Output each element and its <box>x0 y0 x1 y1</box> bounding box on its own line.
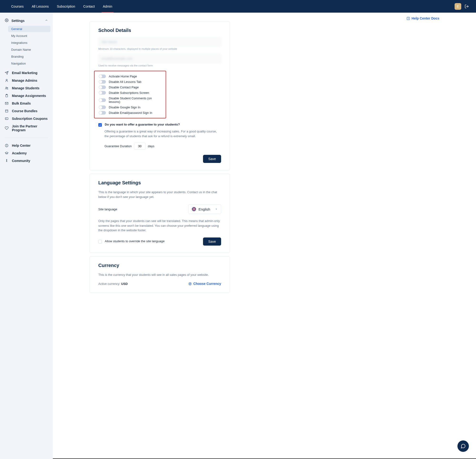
help-circle-icon <box>5 144 8 147</box>
chevron-up-icon <box>45 18 48 23</box>
sidebar-item-label: Bulk Emails <box>12 101 31 105</box>
nav-all-lessons[interactable]: All Lessons <box>28 0 53 13</box>
logout-icon[interactable] <box>465 4 469 9</box>
sidebar-item-course-bundles[interactable]: Course Bundles <box>0 107 53 115</box>
mail-icon <box>5 101 8 105</box>
sidebar-item-subscription-coupons[interactable]: Subscription Coupons <box>0 115 53 123</box>
svg-point-4 <box>6 79 7 80</box>
school-details-title: School Details <box>98 28 221 33</box>
toggle-label: Disable Contact Page <box>109 86 139 89</box>
toggle-label: Disable Student Comments (on lessons) <box>109 97 161 104</box>
chevron-down-icon <box>215 207 218 211</box>
sidebar-subitem-branding[interactable]: Branding <box>8 53 51 60</box>
sidebar-item-community[interactable]: Community <box>0 157 53 165</box>
toggle-activate-home-page: Activate Home Page <box>99 74 161 79</box>
sidebar-subitem-navigation[interactable]: Navigation <box>8 60 51 67</box>
sidebar-item-bulk-emails[interactable]: Bulk Emails <box>0 100 53 107</box>
sidebar-subitem-integrations[interactable]: Integrations <box>8 40 51 46</box>
chat-icon <box>460 443 466 449</box>
toggle-disable-email-signin: Disable Email/password Sign In <box>99 110 161 115</box>
nav-courses[interactable]: Courses <box>7 0 28 13</box>
currency-desc: This is the currency that your students … <box>98 273 221 277</box>
dollar-circle-icon <box>188 282 192 286</box>
help-center-docs-link[interactable]: Help Center Docs <box>407 17 439 20</box>
toggle-switch[interactable] <box>99 80 106 84</box>
graduation-cap-icon <box>5 151 8 155</box>
toggle-switch[interactable] <box>99 98 106 102</box>
ticket-icon <box>5 117 8 121</box>
toggle-disable-contact: Disable Contact Page <box>99 85 161 90</box>
help-square-icon <box>407 17 410 20</box>
sidebar-item-academy[interactable]: Academy <box>0 149 53 157</box>
users-icon <box>5 86 8 90</box>
toggle-switch[interactable] <box>99 111 106 115</box>
top-nav-right: E <box>455 3 469 10</box>
svg-point-15 <box>7 146 7 147</box>
toggle-highlight-box: Activate Home Page Disable All Lessons T… <box>94 71 166 118</box>
svg-rect-12 <box>5 118 8 120</box>
heart-icon <box>5 126 8 130</box>
language-save-button[interactable]: Save <box>203 238 221 246</box>
gear-icon <box>5 18 8 23</box>
school-email-input[interactable] <box>98 54 221 63</box>
avatar[interactable]: E <box>455 3 461 10</box>
svg-point-18 <box>408 19 408 19</box>
toggle-switch[interactable] <box>99 91 106 95</box>
toggle-switch[interactable] <box>99 106 106 109</box>
sidebar-item-manage-students[interactable]: Manage Students <box>0 84 53 92</box>
sidebar-settings-subitems: General My Account Integrations Domain N… <box>0 24 53 69</box>
toggle-switch[interactable] <box>99 86 106 89</box>
user-icon <box>5 79 8 82</box>
language-settings-card: Language Settings This is the language i… <box>89 174 230 253</box>
toggle-disable-subscriptions: Disable Subscriptions Screen <box>99 90 161 96</box>
svg-marker-20 <box>216 209 217 210</box>
currency-title: Currency <box>98 263 221 268</box>
toggle-disable-comments: Disable Student Comments (on lessons) <box>99 96 161 105</box>
site-language-label: Site language <box>98 207 117 211</box>
sidebar-item-label: Manage Students <box>12 86 40 90</box>
sidebar-item-help-center[interactable]: Help Center <box>0 142 53 149</box>
sidebar-subitem-my-account[interactable]: My Account <box>8 33 51 39</box>
send-icon <box>5 71 8 75</box>
guarantee-duration-input[interactable] <box>134 143 145 150</box>
sidebar-subitem-general[interactable]: General <box>8 26 51 32</box>
chat-fab-button[interactable] <box>458 441 469 452</box>
sidebar: Settings General My Account Integrations… <box>0 13 53 459</box>
language-settings-title: Language Settings <box>98 180 221 185</box>
guarantee-checkbox[interactable] <box>98 123 102 127</box>
svg-point-5 <box>6 87 7 88</box>
school-name-input[interactable] <box>98 37 221 46</box>
site-language-select[interactable]: English <box>188 204 221 214</box>
active-currency-label: Active currency: <box>98 282 121 286</box>
toggle-label: Disable Google Sign In <box>109 106 140 109</box>
toggle-label: Activate Home Page <box>109 75 137 78</box>
sidebar-settings-header[interactable]: Settings <box>0 17 53 24</box>
sidebar-item-label: Email Marketing <box>12 71 37 75</box>
toggle-switch[interactable] <box>99 75 106 78</box>
allow-override-row: Allow students to override the site lang… <box>98 239 165 243</box>
toggle-label: Disable Subscriptions Screen <box>109 91 149 95</box>
main-content: Help Center Docs School Details Minimum … <box>53 13 476 459</box>
sidebar-item-email-marketing[interactable]: Email Marketing <box>0 69 53 77</box>
guarantee-duration-label: Guarantee Duration <box>104 144 132 148</box>
sidebar-divider <box>5 138 48 138</box>
choose-currency-link[interactable]: Choose Currency <box>188 282 221 286</box>
top-nav-left: Courses All Lessons Subscription Contact… <box>7 0 116 13</box>
nav-admin[interactable]: Admin <box>99 0 116 13</box>
sidebar-subitem-domain-name[interactable]: Domain Name <box>8 46 51 53</box>
nav-subscription[interactable]: Subscription <box>53 0 79 13</box>
sidebar-item-manage-admins[interactable]: Manage Admins <box>0 77 53 84</box>
school-name-help: Minimum 10 characters, displayed in mult… <box>98 47 221 50</box>
toggle-label: Disable Email/password Sign In <box>109 111 152 115</box>
svg-rect-10 <box>6 110 8 112</box>
help-center-docs-label: Help Center Docs <box>411 17 439 20</box>
sidebar-settings-label: Settings <box>11 19 25 23</box>
toggle-label: Disable All Lessons Tab <box>109 80 141 84</box>
nav-contact[interactable]: Contact <box>79 0 99 13</box>
sidebar-item-partner-program[interactable]: Join the Partner Program <box>0 123 53 134</box>
svg-point-16 <box>6 159 7 160</box>
sidebar-item-manage-assignments[interactable]: Manage Assignments <box>0 92 53 100</box>
school-details-save-button[interactable]: Save <box>203 155 221 163</box>
allow-override-checkbox[interactable] <box>98 240 102 243</box>
package-icon <box>5 109 8 113</box>
